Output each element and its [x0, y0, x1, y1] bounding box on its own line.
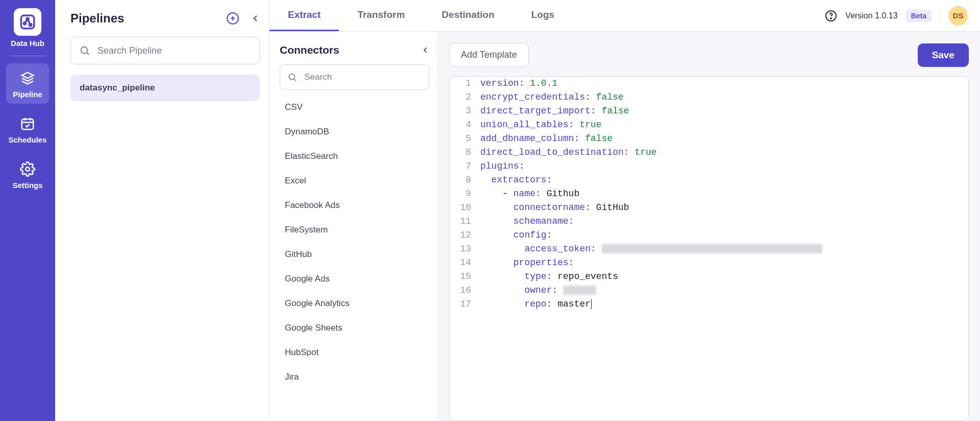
connector-item[interactable]: Google Analytics [280, 291, 427, 316]
app-logo-label: Data Hub [11, 39, 44, 48]
line-number: 17 [450, 297, 477, 311]
connectors-title: Connectors [280, 44, 339, 56]
nav-settings[interactable]: Settings [6, 154, 49, 195]
pipeline-item[interactable]: datasync_pipeline [70, 75, 260, 101]
settings-icon [19, 160, 36, 178]
tab-destination[interactable]: Destination [423, 0, 512, 31]
connector-item[interactable]: GitHub [280, 242, 427, 267]
line-number: 9 [450, 187, 477, 201]
code-line[interactable]: 3direct_target_import: false [450, 104, 968, 118]
app-logo[interactable] [14, 8, 41, 36]
code-line[interactable]: 2encrypt_credentials: false [450, 90, 968, 104]
nav-label: Pipeline [13, 90, 42, 99]
tab-extract[interactable]: Extract [270, 0, 339, 31]
version-text: Version 1.0.13 [845, 11, 897, 20]
line-number: 7 [450, 159, 477, 173]
connector-item[interactable]: Excel [280, 169, 427, 193]
connector-item[interactable]: CSV [280, 95, 427, 120]
redacted-value: xxxxxx [563, 286, 596, 295]
line-number: 1 [450, 77, 477, 90]
code-line[interactable]: 13 access_token: xxxxxxxxxxxxxxxxxxxxxxx… [450, 242, 968, 256]
line-number: 14 [450, 256, 477, 270]
line-number: 15 [450, 270, 477, 284]
help-icon[interactable] [825, 10, 837, 22]
connectors-panel: Connectors CSVDynamoDBElasticSearchExcel… [270, 32, 438, 421]
pipelines-title: Pipelines [70, 11, 124, 26]
connector-item[interactable]: FileSystem [280, 218, 427, 242]
code-line[interactable]: 10 connectorname: GitHub [450, 201, 968, 215]
pipelines-panel: Pipelines datasync_pipeline [55, 0, 270, 421]
connector-item[interactable]: ElasticSearch [280, 144, 427, 169]
code-line[interactable]: 12 config: [450, 228, 968, 242]
code-line[interactable]: 5add_dbname_column: false [450, 132, 968, 146]
line-number: 5 [450, 132, 477, 146]
search-icon [79, 45, 90, 56]
line-number: 8 [450, 173, 477, 187]
svg-point-15 [830, 18, 831, 19]
avatar[interactable]: DS [948, 6, 968, 26]
text-cursor [591, 299, 592, 309]
code-line[interactable]: 7plugins: [450, 159, 968, 173]
svg-point-16 [289, 74, 295, 80]
nav-label: Settings [12, 181, 42, 190]
schedules-icon [19, 115, 36, 132]
code-line[interactable]: 14 properties: [450, 256, 968, 270]
nav-label: Schedules [8, 135, 46, 144]
line-number: 16 [450, 284, 477, 297]
nav-rail: Data Hub PipelineSchedulesSettings [0, 0, 55, 421]
connector-item[interactable]: HubSpot [280, 340, 427, 365]
nav-schedules[interactable]: Schedules [6, 109, 49, 149]
connector-item[interactable]: Google Ads [280, 267, 427, 291]
pipeline-search-input[interactable] [97, 45, 251, 56]
code-line[interactable]: 4union_all_tables: true [450, 118, 968, 132]
code-line[interactable]: 9 - name: Github [450, 187, 968, 201]
pipeline-search[interactable] [70, 37, 260, 64]
line-number: 12 [450, 228, 477, 242]
tab-logs[interactable]: Logs [513, 0, 573, 31]
connector-search[interactable] [280, 64, 429, 90]
connector-item[interactable]: Jira [280, 365, 427, 389]
code-line[interactable]: 17 repo: master [450, 297, 968, 311]
svg-point-12 [81, 47, 88, 54]
line-number: 2 [450, 90, 477, 104]
add-pipeline-button[interactable] [226, 12, 239, 25]
svg-point-8 [26, 167, 30, 171]
connector-item[interactable]: Facebook Ads [280, 193, 427, 218]
code-line[interactable]: 1version: 1.0.1 [450, 77, 968, 90]
connector-item[interactable]: DynamoDB [280, 120, 427, 144]
svg-line-13 [87, 53, 89, 55]
line-number: 10 [450, 201, 477, 215]
collapse-pipelines-button[interactable] [251, 14, 260, 23]
nav-pipeline[interactable]: Pipeline [6, 63, 49, 104]
svg-line-17 [294, 79, 296, 81]
code-editor[interactable]: 1version: 1.0.12encrypt_credentials: fal… [449, 76, 969, 421]
svg-rect-4 [22, 119, 34, 129]
beta-badge: Beta [906, 10, 932, 22]
code-line[interactable]: 15 type: repo_events [450, 270, 968, 284]
line-number: 13 [450, 242, 477, 256]
save-button[interactable]: Save [918, 43, 969, 67]
svg-point-3 [30, 24, 32, 26]
line-number: 11 [450, 215, 477, 228]
divider [940, 9, 940, 23]
top-bar: ExtractTransformDestinationLogs Version … [270, 0, 980, 32]
search-icon [287, 72, 297, 83]
rail-divider [10, 56, 45, 56]
collapse-connectors-button[interactable] [421, 46, 429, 54]
tab-transform[interactable]: Transform [339, 0, 423, 31]
code-line[interactable]: 8 extractors: [450, 173, 968, 187]
line-number: 3 [450, 104, 477, 118]
connector-item[interactable]: Google Sheets [280, 316, 427, 340]
pipeline-icon [19, 69, 36, 87]
redacted-value: xxxxxxxxxxxxxxxxxxxxxxxxxxxxxxxxxxxxxxxx [602, 244, 822, 253]
svg-point-1 [23, 22, 26, 25]
line-number: 6 [450, 146, 477, 159]
line-number: 4 [450, 118, 477, 132]
svg-point-2 [27, 18, 29, 20]
connector-search-input[interactable] [304, 72, 422, 82]
code-line[interactable]: 16 owner: xxxxxx [450, 284, 968, 297]
add-template-button[interactable]: Add Template [449, 43, 529, 67]
code-line[interactable]: 6direct_load_to_destination: true [450, 146, 968, 159]
editor-area: Add Template Save 1version: 1.0.12encryp… [438, 32, 980, 421]
code-line[interactable]: 11 schemaname: [450, 215, 968, 228]
